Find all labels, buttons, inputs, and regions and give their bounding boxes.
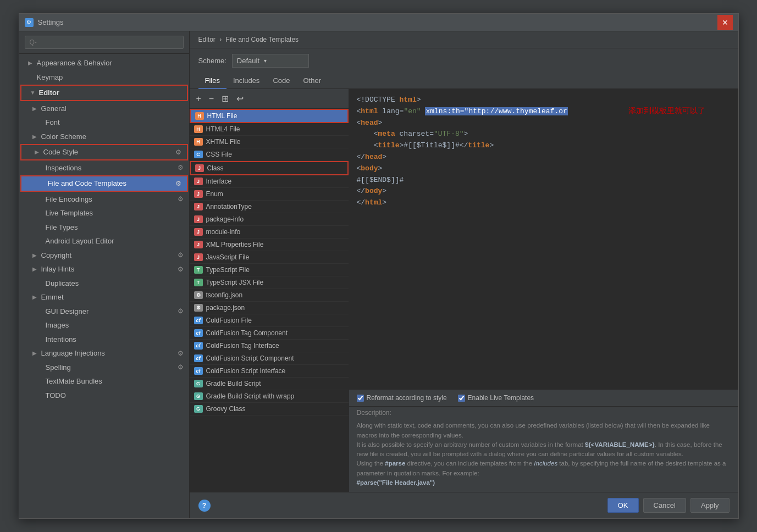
sidebar-item-label: Images [46, 320, 184, 331]
reformat-checkbox[interactable] [357, 395, 364, 402]
template-item-coldfusiontag[interactable]: cf ColdFusion Tag Component [190, 327, 349, 340]
sidebar-item-duplicates[interactable]: Duplicates [19, 276, 189, 291]
javascript-icon: J [194, 253, 203, 261]
template-item-name: tsconfig.json [206, 291, 344, 299]
code-line-10: </html> [357, 197, 731, 209]
sidebar-item-editor[interactable]: ▼ Editor [20, 85, 188, 101]
gear-icon: ⚙ [178, 163, 184, 173]
template-item-css[interactable]: C CSS File [190, 148, 349, 161]
sidebar-item-label: File and Code Templates [48, 178, 173, 189]
sidebar-item-label: Intentions [46, 334, 184, 345]
template-item-name: Groovy Class [206, 405, 344, 413]
sidebar-item-images[interactable]: Images [19, 318, 189, 332]
sidebar-item-textmatebundles[interactable]: TextMate Bundles [19, 374, 189, 389]
sidebar-item-languageinjections[interactable]: ▶ Language Injections ⚙ [19, 346, 189, 361]
search-input[interactable] [25, 36, 184, 49]
sidebar-item-intentions[interactable]: Intentions [19, 332, 189, 347]
template-item-tsconfig[interactable]: ⚙ tsconfig.json [190, 289, 349, 302]
panel-body: Scheme: Default ▾ Files Includes Code Ot… [190, 48, 738, 492]
sidebar-item-general[interactable]: ▶ General [19, 102, 189, 116]
template-item-name: Gradle Build Script [206, 380, 344, 387]
sidebar-item-fileencodings[interactable]: File Encodings ⚙ [19, 192, 189, 207]
sidebar-item-emmet[interactable]: ▶ Emmet [19, 290, 189, 304]
help-button[interactable]: ? [198, 500, 211, 512]
template-item-coldfusionscriptif[interactable]: cf ColdFusion Script Interface [190, 365, 349, 378]
template-item-interface[interactable]: J Interface [190, 175, 349, 188]
template-item-name: ColdFusion Tag Component [206, 329, 344, 337]
template-item-moduleinfo[interactable]: J module-info [190, 226, 349, 239]
template-item-annotationtype[interactable]: J AnnotationType [190, 201, 349, 213]
template-item-html[interactable]: H HTML File [190, 109, 349, 123]
template-item-gradle[interactable]: G Gradle Build Script [190, 378, 349, 390]
code-editor[interactable]: 添加到模板里就可以了 <!DOCTYPE html> <html lang="e… [349, 89, 738, 389]
tab-includes[interactable]: Includes [226, 73, 266, 89]
apply-button[interactable]: Apply [690, 498, 730, 513]
coldfusionscriptif-icon: cf [194, 367, 203, 375]
scheme-select[interactable]: Default ▾ [232, 54, 309, 68]
reformat-label: Reformat according to style [367, 394, 447, 402]
sidebar-item-todo[interactable]: TODO [19, 389, 189, 403]
template-item-class[interactable]: J Class [190, 161, 349, 175]
template-item-name: module-info [206, 228, 344, 236]
tab-other[interactable]: Other [296, 73, 328, 89]
template-item-name: Interface [206, 178, 344, 185]
template-item-xhtml[interactable]: H XHTML File [190, 136, 349, 148]
template-item-xmlprops[interactable]: J XML Properties File [190, 239, 349, 251]
sidebar-item-inspections[interactable]: Inspections ⚙ [19, 161, 189, 175]
template-item-enum[interactable]: J Enum [190, 188, 349, 201]
template-item-coldfusion[interactable]: cf ColdFusion File [190, 314, 349, 327]
template-item-packagejson[interactable]: ⚙ package.json [190, 302, 349, 314]
sidebar-item-label: Font [46, 117, 184, 128]
sidebar-item-label: Keymap [37, 72, 184, 83]
expand-arrow: ▼ [30, 88, 37, 97]
gear-icon: ⚙ [178, 348, 184, 358]
copy-template-button[interactable]: ⊞ [219, 92, 231, 105]
add-template-button[interactable]: + [194, 93, 203, 105]
cancel-button[interactable]: Cancel [643, 498, 686, 513]
sidebar-item-inlayhints[interactable]: ▶ Inlay Hints ⚙ [19, 262, 189, 276]
livetemplates-label: Enable Live Templates [468, 394, 534, 402]
sidebar-item-androidlayout[interactable]: Android Layout Editor [19, 234, 189, 248]
tab-code[interactable]: Code [266, 73, 296, 89]
sidebar-item-label: Emmet [41, 292, 184, 303]
sidebar-item-spelling[interactable]: Spelling ⚙ [19, 361, 189, 375]
sidebar-item-colorscheme[interactable]: ▶ Color Scheme [19, 130, 189, 144]
template-item-typescript[interactable]: T TypeScript File [190, 264, 349, 276]
sidebar-item-copyright[interactable]: ▶ Copyright ⚙ [19, 248, 189, 263]
sidebar-item-label: Live Templates [46, 208, 184, 219]
sidebar-item-font[interactable]: Font [19, 115, 189, 130]
gear-icon: ⚙ [178, 264, 184, 274]
sidebar-item-keymap[interactable]: Keymap [19, 70, 189, 85]
app-icon: ⚙ [25, 18, 34, 27]
template-item-name: HTML File [207, 112, 343, 120]
reset-template-button[interactable]: ↩ [234, 92, 246, 105]
sidebar-item-guidesigner[interactable]: GUI Designer ⚙ [19, 304, 189, 319]
remove-template-button[interactable]: − [207, 93, 216, 105]
ok-button[interactable]: OK [607, 498, 639, 513]
expand-arrow: ▶ [28, 59, 35, 67]
gear-icon: ⚙ [178, 362, 184, 372]
search-box [19, 31, 189, 54]
description-section: Description: Along with static text, cod… [349, 406, 738, 492]
livetemplates-checkbox[interactable] [458, 395, 465, 402]
template-item-typescriptjsx[interactable]: T TypeScript JSX File [190, 276, 349, 289]
template-item-html4[interactable]: H HTML4 File [190, 123, 349, 136]
scheme-row: Scheme: Default ▾ [190, 48, 738, 73]
sidebar-item-filecodetemplates[interactable]: File and Code Templates ⚙ [20, 175, 188, 192]
tab-files[interactable]: Files [198, 73, 226, 89]
sidebar-item-livetemplates[interactable]: Live Templates [19, 206, 189, 220]
title-bar-left: ⚙ Settings [25, 18, 64, 27]
template-item-javascript[interactable]: J JavaScript File [190, 251, 349, 264]
sidebar-item-codestyle[interactable]: ▶ Code Style ⚙ [20, 144, 188, 160]
template-list-panel: + − ⊞ ↩ H HTML File H [190, 89, 349, 492]
close-button[interactable]: ✕ [717, 15, 733, 30]
template-item-coldfusiontagif[interactable]: cf ColdFusion Tag Interface [190, 340, 349, 352]
toolbar: + − ⊞ ↩ [190, 89, 349, 109]
sidebar-item-appearance[interactable]: ▶ Appearance & Behavior [19, 56, 189, 70]
template-item-name: package.json [206, 304, 344, 312]
template-item-groovyclass[interactable]: G Groovy Class [190, 403, 349, 415]
template-item-gradlewrap[interactable]: G Gradle Build Script with wrapp [190, 390, 349, 403]
template-item-coldfusionscript[interactable]: cf ColdFusion Script Component [190, 352, 349, 365]
template-item-packageinfo[interactable]: J package-info [190, 213, 349, 226]
sidebar-item-filetypes[interactable]: File Types [19, 220, 189, 235]
